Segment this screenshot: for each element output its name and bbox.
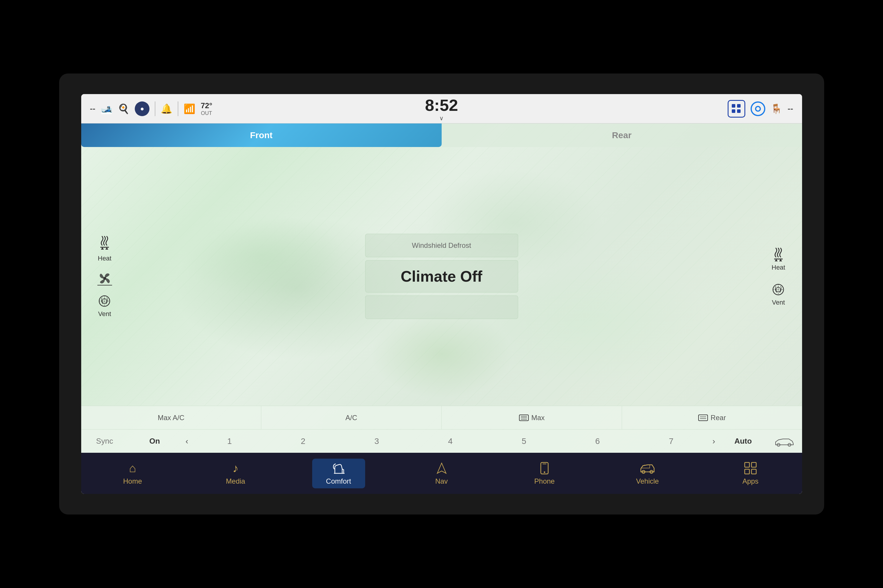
divider1 — [155, 101, 155, 116]
heat-seat-icon: 🍳 — [118, 103, 129, 114]
media-icon: ♪ — [233, 462, 239, 475]
steering-icon: 🎿 — [101, 103, 113, 114]
car-icon — [767, 435, 802, 447]
phone-icon — [539, 462, 550, 475]
vent-right-label: Vent — [772, 299, 785, 306]
alexa-icon[interactable] — [751, 101, 765, 116]
status-bar: -- 🎿 🍳 ● 🔔 📶 72° OUT 8:52 ∨ — [81, 94, 802, 123]
sync-button[interactable]: Sync — [81, 436, 128, 446]
main-content: Front Rear — [81, 123, 802, 453]
clock-sub: ∨ — [425, 115, 458, 122]
heat-right-icon — [772, 247, 785, 261]
screen: -- 🎿 🍳 ● 🔔 📶 72° OUT 8:52 ∨ — [81, 94, 802, 494]
zone-tabs: Front Rear — [81, 123, 802, 147]
svg-rect-27 — [752, 469, 756, 474]
ac-button[interactable]: A/C — [261, 406, 442, 429]
clock: 8:52 — [425, 96, 458, 115]
vent-left-control[interactable]: Vent — [98, 295, 111, 318]
vent-right-control[interactable]: Vent — [772, 283, 785, 306]
svg-rect-24 — [745, 462, 749, 467]
heat-left-label: Heat — [98, 255, 111, 262]
status-bar-left: -- 🎿 🍳 ● 🔔 📶 72° OUT — [90, 101, 419, 116]
home-icon: ⌂ — [129, 462, 136, 475]
vehicle-icon — [639, 462, 656, 475]
nav-home[interactable]: ⌂ Home — [106, 459, 159, 488]
fan-step-2[interactable]: 2 — [301, 436, 305, 446]
fan-decrease-button[interactable]: ‹ — [181, 436, 193, 446]
nav-comfort-label: Comfort — [326, 477, 351, 485]
nav-media-label: Media — [226, 477, 245, 485]
heat-right-label: Heat — [772, 264, 785, 272]
nav-comfort[interactable]: Comfort — [312, 459, 365, 488]
wifi-icon: 📶 — [184, 103, 196, 114]
nav-phone[interactable]: Phone — [518, 459, 571, 488]
grid-menu-button[interactable] — [728, 100, 745, 118]
svg-marker-18 — [437, 463, 446, 473]
fan-auto-label: Auto — [720, 436, 767, 446]
heat-left-control[interactable]: Heat — [98, 235, 111, 262]
grid-dots-icon — [732, 104, 741, 114]
fan-step-1[interactable]: 1 — [227, 436, 232, 446]
center-controls: Windshield Defrost Climate Off — [128, 147, 755, 406]
nav-home-label: Home — [123, 477, 142, 485]
fan-step-3[interactable]: 3 — [375, 436, 379, 446]
nav-vehicle-label: Vehicle — [636, 477, 659, 485]
nav-arrow-icon — [436, 462, 448, 475]
heat-right-control[interactable]: Heat — [772, 247, 785, 272]
nav-bar: ⌂ Home ♪ Media Comfort Nav — [81, 453, 802, 494]
fan-increase-button[interactable]: › — [708, 436, 719, 446]
svg-point-21 — [544, 471, 545, 473]
nav-phone-label: Phone — [534, 477, 555, 485]
apps-grid-icon — [744, 462, 757, 475]
fan-step-7[interactable]: 7 — [669, 436, 674, 446]
left-controls: Heat — [81, 147, 128, 406]
floor-airflow-button[interactable] — [365, 296, 518, 319]
max-ac-button[interactable]: Max A/C — [81, 406, 262, 429]
rear-defrost-icon — [698, 413, 708, 422]
nav-vehicle[interactable]: Vehicle — [621, 459, 674, 488]
svg-rect-12 — [698, 415, 708, 421]
fan-step-5[interactable]: 5 — [522, 436, 526, 446]
profile-icon[interactable]: ● — [135, 101, 149, 116]
front-zone-tab[interactable]: Front — [81, 123, 442, 147]
nav-nav[interactable]: Nav — [415, 459, 468, 488]
svg-rect-25 — [752, 462, 756, 467]
fan-speed-icon — [98, 271, 112, 286]
vehicle-silhouette-icon — [774, 435, 795, 447]
windshield-defrost-button[interactable]: Windshield Defrost — [365, 234, 518, 257]
outside-temp: 72° OUT — [201, 101, 212, 116]
nav-apps[interactable]: Apps — [724, 459, 777, 488]
fan-step-6[interactable]: 6 — [595, 436, 600, 446]
svg-rect-26 — [745, 469, 749, 474]
bottom-buttons: Max A/C A/C Max — [81, 406, 802, 429]
seat-icon: 🪑 — [770, 103, 782, 114]
rear-zone-tab[interactable]: Rear — [442, 123, 802, 147]
status-bar-right: 🪑 -- — [464, 100, 793, 118]
defrost-icon — [519, 413, 529, 422]
screen-bezel: -- 🎿 🍳 ● 🔔 📶 72° OUT 8:52 ∨ — [59, 74, 824, 514]
fan-left-control[interactable] — [98, 271, 112, 286]
nav-nav-label: Nav — [435, 477, 448, 485]
vent-right-icon — [772, 283, 785, 296]
fan-step-4[interactable]: 4 — [448, 436, 453, 446]
status-bar-center: 8:52 ∨ — [425, 96, 458, 122]
notification-icon[interactable]: 🔔 — [161, 103, 172, 114]
rear-defrost-button[interactable]: Rear — [622, 406, 802, 429]
dash-right: -- — [788, 104, 793, 114]
climate-status: Climate Off — [401, 267, 482, 285]
climate-off-panel: Climate Off — [365, 260, 518, 292]
nav-media[interactable]: ♪ Media — [209, 459, 262, 488]
right-controls: Heat Vent — [755, 147, 802, 406]
vent-left-icon — [98, 295, 111, 308]
fan-steps: 1 2 3 4 5 6 7 — [193, 436, 708, 446]
heat-left-icon — [98, 235, 111, 252]
dash-left: -- — [90, 104, 96, 114]
nav-apps-label: Apps — [742, 477, 758, 485]
max-defrost-button[interactable]: Max — [442, 406, 622, 429]
fan-speed-row: Sync On ‹ 1 2 3 4 5 6 7 › Auto — [81, 429, 802, 453]
climate-area: Heat — [81, 147, 802, 406]
fan-on-label: On — [128, 436, 181, 446]
divider2 — [178, 101, 178, 116]
vent-left-label: Vent — [98, 310, 111, 318]
comfort-seat-icon — [332, 462, 345, 475]
